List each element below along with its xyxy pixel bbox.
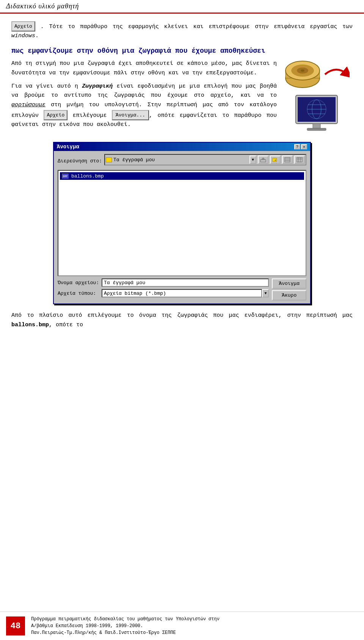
intro-text-2: . [35,33,39,39]
bmp-icon: BMP [61,173,69,179]
fortosome-text: φορτώσουμε [11,102,46,108]
svg-rect-22 [297,157,302,162]
filetype-row: Αρχεία τύπου: ▼ [58,289,269,297]
main-content: Αρχείο . Τότε το παράθυρο της εφαρμογής … [0,14,364,338]
windows-text: windows [11,33,35,39]
diereunisi-row: Διερεύνηση στο: Τα έγγραφά μου ▼ + [58,154,306,168]
file-item-ballons[interactable]: BMP ballons.bmp [60,172,304,180]
para2: Από τη στιγμή που μια ζωγραφιά έχει αποθ… [11,59,277,78]
filetype-dropdown-btn[interactable]: ▼ [262,289,269,297]
hdd-icon [284,59,322,90]
filetype-combo: ▼ [102,289,269,297]
filename-row: Όνομα αρχείου: [58,278,269,287]
toolbar-detail-btn[interactable] [294,156,305,164]
intro-text-1: . Τότε το παράθυρο της εφαρμογής κλείνει… [41,24,353,30]
intro-paragraph: Αρχείο . Τότε το παράθυρο της εφαρμογής … [11,21,353,41]
zografiki-text: Ζωγραφική [82,83,113,90]
dialog-bottom-section: Όνομα αρχείου: Αρχεία τύπου: ▼ [58,278,306,300]
diereunisi-label: Διερεύνηση στο: [58,158,102,164]
toolbar-newdir-btn[interactable]: + [270,156,281,164]
path-toolbar: Τα έγγραφά μου ▼ + [104,154,306,165]
svg-rect-13 [313,124,320,128]
svg-point-5 [301,69,304,72]
dialog-window: Άνοιγμα ? ✕ Διερεύνηση στο: Τα έγγραφά μ… [53,142,311,304]
path-value: Τα έγγραφά μου [113,157,248,163]
file-name-ballons: ballons.bmp [71,173,104,179]
file-list-area: BMP ballons.bmp [58,170,306,276]
page-number: 48 [6,616,25,635]
footer-line3: Παν.Πειραιώς-Τμ.Πληρ/κής & Παιδ.Ινστιτού… [31,629,220,636]
section-heading: πως εμφανίζουμε στην οθόνη μια ζωγραφιά … [11,47,353,55]
text-column: Από τη στιγμή που μια ζωγραφιά έχει αποθ… [11,59,277,130]
footer-line1: Πρόγραμμα πειραματικής διδασκαλίας του μ… [31,616,220,623]
toolbar-up-btn[interactable] [258,156,268,164]
svg-marker-16 [261,157,265,160]
anoigma-button[interactable]: Άνοιγμα... [112,110,149,120]
para3: Για να γίνει αυτό η Ζωγραφική είναι εφοδ… [11,82,277,130]
filetype-label: Αρχεία τύπου: [58,291,99,296]
header-title: Διδακτικό υλικό μαθητή [6,2,79,10]
dialog-titlebar: Άνοιγμα ? ✕ [54,143,310,151]
ballons-bold: ballons.bmp [11,322,49,328]
onoma-label: Όνομα αρχείου: [58,280,99,286]
page-header: Διδακτικό υλικό μαθητή [0,0,364,14]
footer-line2: Α/βάθμια Εκπαίδευση 1998-1999, 1999-2000… [31,623,220,629]
toolbar-list-btn[interactable] [282,156,293,164]
dialog-fields: Όνομα αρχείου: Αρχεία τύπου: ▼ [58,278,269,300]
footer-text: Πρόγραμμα πειραματικής διδασκαλίας του μ… [31,616,220,636]
svg-rect-14 [307,128,326,131]
svg-text:+: + [275,159,276,162]
page-footer: 48 Πρόγραμμα πειραματικής διδασκαλίας το… [0,612,364,640]
dialog-title: Άνοιγμα [57,144,79,150]
svg-rect-15 [260,160,266,162]
two-col-layout: Από τη στιγμή που μια ζωγραφιά έχει αποθ… [11,59,353,135]
bottom-paragraph: Από το πλαίσιο αυτό επιλέγουμε το όνομα … [11,311,353,330]
dialog-help-button[interactable]: ? [294,144,300,149]
path-dropdown-btn[interactable]: ▼ [249,156,256,164]
hdd-arrow-row [284,59,350,90]
folder-icon [106,157,112,162]
monitor-icon [292,93,341,135]
filetype-input[interactable] [102,289,262,297]
dialog-titlebar-buttons: ? ✕ [294,144,307,149]
page-container: Διδακτικό υλικό μαθητή Αρχείο . Τότε το … [0,0,364,640]
dialog-anoigma-btn[interactable]: Άνοιγμα [272,278,306,289]
dialog-action-buttons: Άνοιγμα Άκυρο [272,278,306,300]
arrow-icon [323,63,350,86]
archeo-button-1[interactable]: Αρχείο [11,21,35,31]
archeo-button-2[interactable]: Αρχείο [44,110,67,120]
filename-input[interactable] [102,278,269,287]
image-column [277,59,353,135]
dialog-akyro-btn[interactable]: Άκυρο [272,290,306,300]
dialog-close-button[interactable]: ✕ [301,144,307,149]
dialog-body: Διερεύνηση στο: Τα έγγραφά μου ▼ + [54,151,310,303]
svg-rect-19 [285,157,290,162]
